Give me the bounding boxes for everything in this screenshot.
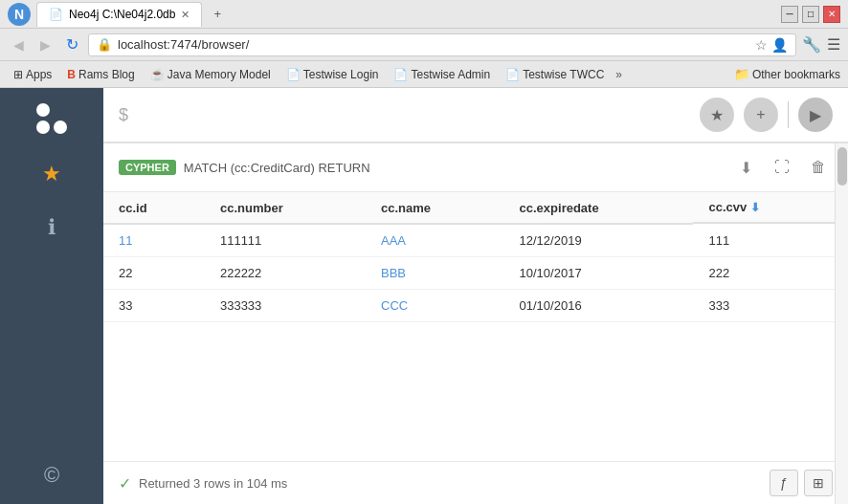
dot-4 bbox=[54, 121, 67, 134]
bookmark-testwise-twcc[interactable]: 📄 Testwise TWCC bbox=[500, 66, 610, 83]
query-text: MATCH (cc:CreditCard) RETURN bbox=[184, 161, 370, 175]
url-box[interactable]: 🔒 localhost:7474/browser/ ☆ 👤 bbox=[88, 33, 796, 56]
col-cvv: cc.cvv ⬇ bbox=[693, 192, 835, 224]
col-cvv-label: cc.cvv bbox=[708, 200, 747, 214]
minimize-button[interactable]: ─ bbox=[781, 6, 798, 23]
user-icon[interactable]: 👤 bbox=[771, 37, 788, 53]
browser-logo: N bbox=[8, 3, 31, 26]
rams-blog-icon: B bbox=[67, 68, 76, 81]
query-bar: $ ★ + ▶ bbox=[103, 88, 848, 142]
cell-number: 222222 bbox=[205, 257, 366, 290]
cell-cvv: 333 bbox=[693, 290, 835, 322]
bookmark-rams-blog-label: Rams Blog bbox=[78, 68, 135, 81]
address-bar: ◀ ▶ ↻ 🔒 localhost:7474/browser/ ☆ 👤 🔧 ☰ bbox=[0, 29, 848, 61]
cell-name[interactable]: BBB bbox=[366, 257, 504, 290]
tab-close-button[interactable]: ✕ bbox=[181, 9, 190, 21]
table-container: cc.id cc.number cc.name cc.expiredate cc… bbox=[103, 192, 848, 322]
cell-id: 22 bbox=[103, 257, 205, 290]
tab-title: Neo4j C:\Ne04j2.0db bbox=[69, 8, 175, 21]
grid-view-button[interactable]: ⊞ bbox=[804, 470, 833, 496]
run-query-button[interactable]: ▶ bbox=[798, 98, 833, 132]
favorite-query-button[interactable]: ★ bbox=[700, 98, 734, 132]
col-expiredate: cc.expiredate bbox=[504, 192, 694, 224]
sidebar-favorites-icon[interactable]: ★ bbox=[34, 157, 69, 191]
cell-cvv: 222 bbox=[693, 257, 835, 290]
sidebar: ★ ℹ © bbox=[0, 88, 103, 504]
download-button[interactable]: ⬇ bbox=[731, 153, 760, 182]
scrollbar[interactable] bbox=[835, 143, 848, 504]
results-header: CYPHER MATCH (cc:CreditCard) RETURN ⬇ ⛶ … bbox=[103, 143, 848, 192]
url-icons: ☆ 👤 bbox=[755, 37, 788, 53]
bookmark-testwise-login[interactable]: 📄 Testwise Login bbox=[280, 66, 385, 83]
cell-name[interactable]: AAA bbox=[366, 224, 504, 257]
star-icon[interactable]: ☆ bbox=[755, 37, 768, 53]
table-row: 22 222222 BBB 10/10/2017 222 bbox=[103, 257, 835, 290]
bookmark-java[interactable]: ☕ Java Memory Model bbox=[145, 66, 277, 83]
testwise-admin-icon: 📄 bbox=[393, 68, 408, 81]
dot-2 bbox=[54, 103, 67, 117]
status-check-icon: ✓ bbox=[119, 474, 131, 493]
main-layout: ★ ℹ © $ ★ + ▶ CYPHER MATCH (cc:CreditCar… bbox=[0, 88, 848, 504]
cell-name[interactable]: CCC bbox=[366, 290, 504, 322]
cell-number: 333333 bbox=[205, 290, 366, 322]
sidebar-copyright-icon[interactable]: © bbox=[34, 458, 69, 493]
status-text: Returned 3 rows in 104 ms bbox=[139, 476, 287, 491]
bookmark-java-label: Java Memory Model bbox=[167, 68, 271, 81]
code-view-button[interactable]: ƒ bbox=[770, 470, 798, 496]
col-id: cc.id bbox=[103, 192, 205, 224]
browser-titlebar: N 📄 Neo4j C:\Ne04j2.0db ✕ + ─ □ ✕ bbox=[0, 0, 848, 29]
close-button[interactable]: ✕ bbox=[823, 6, 840, 23]
add-query-button[interactable]: + bbox=[744, 98, 778, 132]
menu-icon[interactable]: ☰ bbox=[827, 35, 840, 54]
cell-cvv: 111 bbox=[693, 224, 835, 257]
results-actions: ⬇ ⛶ 🗑 bbox=[731, 153, 833, 182]
refresh-button[interactable]: ↻ bbox=[61, 34, 82, 55]
bookmark-testwise-login-label: Testwise Login bbox=[303, 68, 379, 81]
table-header-row: cc.id cc.number cc.name cc.expiredate cc… bbox=[103, 192, 835, 224]
cell-expiredate: 10/10/2017 bbox=[504, 257, 694, 290]
active-tab[interactable]: 📄 Neo4j C:\Ne04j2.0db ✕ bbox=[36, 2, 202, 27]
new-tab-button[interactable]: + bbox=[206, 3, 229, 26]
bookmarks-bar: ⊞ Apps B Rams Blog ☕ Java Memory Model 📄… bbox=[0, 61, 848, 88]
tab-bar: N 📄 Neo4j C:\Ne04j2.0db ✕ + bbox=[8, 2, 781, 27]
status-bar: ✓ Returned 3 rows in 104 ms ƒ ⊞ bbox=[103, 461, 848, 504]
bookmarks-other[interactable]: 📁 Other bookmarks bbox=[734, 67, 840, 81]
apps-icon: ⊞ bbox=[13, 68, 23, 81]
bookmark-apps-label: Apps bbox=[26, 68, 52, 81]
url-text: localhost:7474/browser/ bbox=[118, 37, 249, 52]
expand-button[interactable]: ⛶ bbox=[768, 153, 796, 182]
maximize-button[interactable]: □ bbox=[802, 6, 819, 23]
col-cvv-download-icon[interactable]: ⬇ bbox=[750, 201, 760, 214]
bookmark-rams-blog[interactable]: B Rams Blog bbox=[61, 66, 140, 83]
delete-button[interactable]: 🗑 bbox=[804, 153, 833, 182]
bookmarks-other-label: Other bookmarks bbox=[752, 68, 840, 81]
dot-1 bbox=[36, 103, 50, 117]
cell-id: 33 bbox=[103, 290, 205, 322]
results-panel: CYPHER MATCH (cc:CreditCard) RETURN ⬇ ⛶ … bbox=[103, 142, 848, 504]
cell-expiredate: 12/12/2019 bbox=[504, 224, 694, 257]
wrench-icon[interactable]: 🔧 bbox=[802, 35, 821, 54]
scrollbar-thumb[interactable] bbox=[837, 147, 847, 186]
table-row: 33 333333 CCC 01/10/2016 333 bbox=[103, 290, 835, 322]
content-area: $ ★ + ▶ CYPHER MATCH (cc:CreditCard) RET… bbox=[103, 88, 848, 504]
bookmark-apps[interactable]: ⊞ Apps bbox=[8, 66, 57, 83]
dot-3 bbox=[36, 121, 50, 134]
cypher-badge: CYPHER bbox=[119, 160, 176, 175]
bookmark-testwise-admin-label: Testwise Admin bbox=[411, 68, 490, 81]
sidebar-info-icon[interactable]: ℹ bbox=[34, 210, 69, 245]
forward-button[interactable]: ▶ bbox=[34, 34, 56, 55]
bookmark-testwise-admin[interactable]: 📄 Testwise Admin bbox=[388, 66, 496, 83]
sidebar-logo bbox=[28, 99, 76, 138]
back-button[interactable]: ◀ bbox=[8, 34, 29, 55]
cell-id[interactable]: 11 bbox=[103, 224, 205, 257]
window-controls: ─ □ ✕ bbox=[781, 6, 840, 23]
sidebar-bottom: © bbox=[34, 458, 69, 493]
cell-expiredate: 01/10/2016 bbox=[504, 290, 694, 322]
java-icon: ☕ bbox=[150, 68, 165, 81]
col-number: cc.number bbox=[205, 192, 366, 224]
dollar-sign: $ bbox=[119, 105, 128, 125]
col-name: cc.name bbox=[366, 192, 504, 224]
data-table: cc.id cc.number cc.name cc.expiredate cc… bbox=[103, 192, 835, 322]
bookmarks-more[interactable]: » bbox=[615, 68, 622, 81]
folder-icon: 📁 bbox=[734, 67, 749, 81]
